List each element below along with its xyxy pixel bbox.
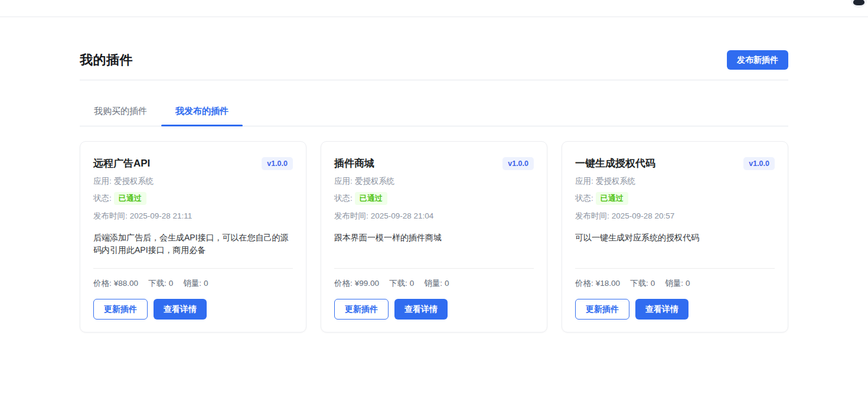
plugin-publish-time-row: 发布时间:2025-09-28 20:57 <box>575 211 775 221</box>
sales-label: 销量: <box>665 279 683 288</box>
plugin-publish-time-row: 发布时间:2025-09-28 21:04 <box>334 211 534 221</box>
sales-stat: 销量:0 <box>183 278 208 289</box>
price-value: ¥99.00 <box>355 279 379 288</box>
card-actions: 更新插件 查看详情 <box>93 299 293 320</box>
version-badge: v1.0.0 <box>743 157 775 170</box>
downloads-value: 0 <box>651 279 655 288</box>
sales-stat: 销量:0 <box>665 278 690 289</box>
publish-time-value: 2025-09-28 21:04 <box>371 211 434 220</box>
downloads-value: 0 <box>169 279 174 288</box>
status-label: 状态: <box>93 194 112 203</box>
title-divider <box>80 80 788 80</box>
card-divider <box>93 268 293 269</box>
plugin-stats-row: 价格:¥18.00 下载:0 销量:0 <box>575 278 775 289</box>
card-divider <box>334 268 534 269</box>
plugin-publish-time-row: 发布时间:2025-09-28 21:11 <box>93 211 293 221</box>
downloads-value: 0 <box>410 279 415 288</box>
top-bar <box>0 0 868 17</box>
publish-new-plugin-button[interactable]: 发布新插件 <box>727 50 788 70</box>
price-stat: 价格:¥88.00 <box>93 278 138 289</box>
plugin-title: 一键生成授权代码 <box>575 157 655 170</box>
status-badge: 已通过 <box>596 192 628 205</box>
sales-value: 0 <box>686 279 690 288</box>
status-badge: 已通过 <box>355 192 387 205</box>
publish-time-value: 2025-09-28 21:11 <box>130 211 192 220</box>
price-label: 价格: <box>93 279 112 288</box>
plugin-card: 插件商城 v1.0.0 应用:爱授权系统 状态:已通过 发布时间:2025-09… <box>321 141 547 333</box>
tabs: 我购买的插件 我发布的插件 <box>80 98 788 126</box>
price-label: 价格: <box>334 279 353 288</box>
plugin-card: 远程广告API v1.0.0 应用:爱授权系统 状态:已通过 发布时间:2025… <box>80 141 306 333</box>
price-value: ¥18.00 <box>596 279 620 288</box>
downloads-stat: 下载:0 <box>389 278 414 289</box>
sales-value: 0 <box>445 279 449 288</box>
view-details-button[interactable]: 查看详情 <box>635 299 688 320</box>
view-details-button[interactable]: 查看详情 <box>394 299 448 320</box>
app-value: 爱授权系统 <box>114 177 154 185</box>
plugin-card: 一键生成授权代码 v1.0.0 应用:爱授权系统 状态:已通过 发布时间:202… <box>562 141 788 333</box>
publish-time-value: 2025-09-28 20:57 <box>612 211 675 220</box>
card-actions: 更新插件 查看详情 <box>575 299 775 320</box>
plugin-status-row: 状态:已通过 <box>93 192 293 205</box>
card-actions: 更新插件 查看详情 <box>334 299 534 320</box>
price-stat: 价格:¥99.00 <box>334 278 379 289</box>
price-label: 价格: <box>575 279 593 288</box>
price-stat: 价格:¥18.00 <box>575 278 620 289</box>
downloads-stat: 下载:0 <box>148 278 173 289</box>
status-label: 状态: <box>334 194 353 203</box>
page-header: 我的插件 发布新插件 <box>80 17 788 70</box>
plugin-card-grid: 远程广告API v1.0.0 应用:爱授权系统 状态:已通过 发布时间:2025… <box>80 141 788 333</box>
plugin-stats-row: 价格:¥99.00 下载:0 销量:0 <box>334 278 534 289</box>
publish-time-label: 发布时间: <box>93 211 128 220</box>
plugin-stats-row: 价格:¥88.00 下载:0 销量:0 <box>93 278 293 289</box>
status-badge: 已通过 <box>114 192 146 205</box>
plugin-description: 后端添加广告后，会生成API接口，可以在您自己的源码内引用此API接口，商用必备 <box>93 232 293 265</box>
publish-time-label: 发布时间: <box>575 211 609 220</box>
plugin-description: 跟本界面一模一样的插件商城 <box>334 232 534 265</box>
page-title: 我的插件 <box>80 51 133 69</box>
sales-label: 销量: <box>183 279 201 288</box>
downloads-label: 下载: <box>389 279 407 288</box>
publish-time-label: 发布时间: <box>334 211 368 220</box>
plugin-status-row: 状态:已通过 <box>575 192 775 205</box>
card-header: 远程广告API v1.0.0 <box>93 157 293 170</box>
downloads-label: 下载: <box>148 279 167 288</box>
avatar-silhouette <box>853 0 864 5</box>
plugin-app-row: 应用:爱授权系统 <box>575 176 775 186</box>
update-plugin-button[interactable]: 更新插件 <box>334 299 389 320</box>
tab-purchased-plugins[interactable]: 我购买的插件 <box>80 98 161 126</box>
sales-stat: 销量:0 <box>424 278 449 289</box>
status-label: 状态: <box>575 194 593 203</box>
version-badge: v1.0.0 <box>262 157 293 170</box>
card-header: 一键生成授权代码 v1.0.0 <box>575 157 775 170</box>
sales-value: 0 <box>204 279 208 288</box>
version-badge: v1.0.0 <box>502 157 534 170</box>
app-label: 应用: <box>93 177 112 185</box>
update-plugin-button[interactable]: 更新插件 <box>575 299 629 320</box>
plugin-title: 远程广告API <box>93 157 150 170</box>
user-avatar-icon[interactable] <box>851 0 867 8</box>
plugin-title: 插件商城 <box>334 157 374 170</box>
card-header: 插件商城 v1.0.0 <box>334 157 534 170</box>
tab-published-plugins[interactable]: 我发布的插件 <box>161 98 243 126</box>
plugin-description: 可以一键生成对应系统的授权代码 <box>575 232 775 265</box>
sales-label: 销量: <box>424 279 442 288</box>
plugin-app-row: 应用:爱授权系统 <box>93 176 293 186</box>
price-value: ¥88.00 <box>114 279 138 288</box>
downloads-label: 下载: <box>630 279 648 288</box>
app-label: 应用: <box>334 177 353 185</box>
update-plugin-button[interactable]: 更新插件 <box>93 299 148 320</box>
plugin-app-row: 应用:爱授权系统 <box>334 176 534 186</box>
app-label: 应用: <box>575 177 593 185</box>
plugin-status-row: 状态:已通过 <box>334 192 534 205</box>
downloads-stat: 下载:0 <box>630 278 655 289</box>
app-value: 爱授权系统 <box>596 177 636 185</box>
card-divider <box>575 268 775 269</box>
main-content: 我的插件 发布新插件 我购买的插件 我发布的插件 远程广告API v1.0.0 … <box>80 17 788 333</box>
view-details-button[interactable]: 查看详情 <box>154 299 207 320</box>
app-value: 爱授权系统 <box>355 177 395 185</box>
